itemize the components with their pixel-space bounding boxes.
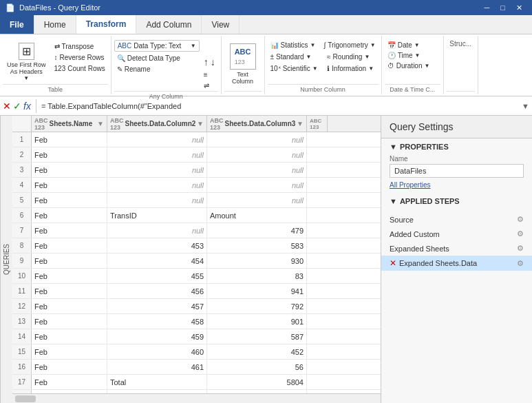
cell-col3: 792 (207, 299, 307, 313)
col-dropdown-3[interactable]: ▼ (297, 120, 304, 127)
step-gear-icon[interactable]: ⚙ (517, 244, 524, 253)
table-row[interactable]: 5Febnullnull (12, 193, 381, 208)
cell-row-num: 9 (12, 254, 32, 268)
table-row[interactable]: 12Feb457792 (12, 299, 381, 314)
date-button[interactable]: 📅 Date ▼ (385, 40, 440, 50)
table-row[interactable]: 11Feb456941 (12, 284, 381, 299)
group-button[interactable]: ≡ (201, 70, 218, 80)
formula-dropdown-icon[interactable]: ▼ (522, 102, 529, 110)
trigonometry-button[interactable]: ∫ Trigonometry ▼ (321, 40, 378, 50)
cell-sheets-name: Feb (32, 193, 107, 207)
step-gear-icon[interactable]: ⚙ (517, 259, 524, 268)
cell-col3: 452 (207, 344, 307, 359)
scientific-icon: 10ˣ (270, 65, 281, 72)
table-row[interactable]: 14Feb459587 (12, 329, 381, 344)
tab-transform[interactable]: Transform (76, 15, 137, 34)
cell-sheets-name: Feb (32, 147, 107, 162)
col-dropdown-1[interactable]: ▼ (97, 120, 104, 127)
cell-row-num: 3 (12, 163, 32, 177)
applied-steps-header[interactable]: ▼ APPLIED STEPS (390, 197, 524, 205)
step-item-source[interactable]: Source⚙ (381, 212, 532, 227)
cell-col3: null (207, 163, 307, 177)
h-scroll-thumb[interactable] (15, 395, 36, 402)
transpose-button[interactable]: ⇄ Transpose (52, 41, 108, 52)
formula-input[interactable] (41, 102, 519, 110)
table-row[interactable]: 7Febnull479 (12, 223, 381, 238)
text-column-button[interactable]: ABC 123 TextColumn (224, 41, 262, 87)
tab-view[interactable]: View (202, 15, 240, 34)
ribbon-tabs: File Home Transform Add Column View (0, 15, 532, 34)
count-rows-button[interactable]: 123 Count Rows (52, 63, 108, 74)
datetime-group-label: Date & Time C... (385, 84, 440, 93)
statistics-button[interactable]: 📊 Statistics ▼ (268, 40, 319, 50)
information-button[interactable]: ℹ Information ▼ (324, 63, 379, 74)
tab-add-column[interactable]: Add Column (136, 15, 202, 34)
ribbon-group-any-column: ABC Data Type: Text ▼ 🔍 Detect Data Type… (111, 36, 222, 94)
trigonometry-icon: ∫ (323, 41, 326, 49)
table-row[interactable]: 3Febnullnull (12, 163, 381, 178)
queries-sidebar[interactable]: QUERIES (0, 116, 12, 403)
row-as-headers-button[interactable]: ⊞ Use First RowAs Headers ▼ (3, 40, 50, 84)
col-header-sheets-name[interactable]: ABC123 Sheets.Name ▼ (32, 116, 107, 132)
table-row[interactable]: 10Feb45583 (12, 269, 381, 284)
table-row[interactable]: 17FebTotal5804 (12, 375, 381, 390)
tab-home[interactable]: Home (34, 15, 76, 34)
cell-sheets-name: Feb (32, 178, 107, 192)
minimize-button[interactable]: ─ (480, 3, 494, 12)
cell-col2: 460 (107, 344, 207, 359)
table-row[interactable]: 9Feb454930 (12, 254, 381, 269)
scientific-button[interactable]: 10ˣ Scientific ▼ (268, 63, 322, 74)
step-gear-icon[interactable]: ⚙ (517, 215, 524, 224)
name-value[interactable]: DataFiles (390, 164, 524, 178)
grid-body: 1Febnullnull2Febnullnull3Febnullnull4Feb… (12, 132, 381, 393)
table-row[interactable]: 6FebTransIDAmount (12, 208, 381, 223)
horizontal-scrollbar[interactable] (12, 393, 381, 403)
close-button[interactable]: ✕ (512, 3, 526, 12)
col-dropdown-2[interactable]: ▼ (197, 120, 204, 127)
properties-header[interactable]: ▼ PROPERTIES (390, 143, 524, 151)
time-button[interactable]: 🕐 Time ▼ (385, 50, 440, 61)
cell-col2: 455 (107, 269, 207, 283)
row-as-headers-icon: ⊞ (19, 43, 34, 60)
cell-col3: 941 (207, 284, 307, 298)
table-row[interactable]: 16Feb46156 (12, 360, 381, 375)
data-type-button[interactable]: ABC Data Type: Text ▼ (114, 40, 200, 52)
cell-sheets-name: Feb (32, 223, 107, 238)
col-header-sheets-data-col2[interactable]: ABC123 Sheets.Data.Column2 ▼ (107, 116, 207, 132)
col-header-sheets-data-col3[interactable]: ABC123 Sheets.Data.Column3 ▼ (207, 116, 307, 132)
step-item-expanded-sheets[interactable]: Expanded Sheets⚙ (381, 241, 532, 256)
tab-file[interactable]: File (0, 15, 34, 34)
properties-section: ▼ PROPERTIES Name DataFiles All Properti… (381, 138, 532, 193)
standard-button[interactable]: ± Standard ▼ (268, 52, 322, 62)
step-gear-icon[interactable]: ⚙ (517, 229, 524, 238)
table-row[interactable]: 13Feb458901 (12, 314, 381, 329)
step-item-added-custom[interactable]: Added Custom⚙ (381, 227, 532, 241)
table-row[interactable]: 1Febnullnull (12, 132, 381, 147)
cell-row-num: 8 (12, 238, 32, 253)
step-item-expanded-sheets-data[interactable]: ✕Expanded Sheets.Data⚙ (381, 256, 532, 271)
col-type-icon-3: ABC123 (210, 117, 224, 131)
step-label: Expanded Sheets (390, 245, 449, 253)
cell-sheets-name: Feb (32, 284, 107, 298)
formula-cancel-icon[interactable]: ✕ (3, 101, 11, 112)
table-row[interactable]: 15Feb460452 (12, 344, 381, 360)
reverse-rows-button[interactable]: ↕ Reverse Rows (52, 52, 108, 63)
applied-steps-label: APPLIED STEPS (400, 197, 460, 205)
cell-col2: null (107, 163, 207, 177)
detect-data-type-button[interactable]: 🔍 Detect Data Type (114, 53, 200, 63)
col-type-icon-1: ABC123 (34, 117, 48, 131)
replace-vals-button[interactable]: ⇌ (201, 81, 218, 91)
cell-row-num: 14 (12, 329, 32, 344)
sort-asc-button[interactable]: ↑ ↓ (201, 55, 218, 69)
rounding-button[interactable]: ≈ Rounding ▼ (324, 52, 379, 62)
maximize-button[interactable]: □ (496, 3, 509, 12)
formula-confirm-icon[interactable]: ✓ (13, 101, 21, 112)
all-properties-link[interactable]: All Properties (390, 181, 430, 189)
col-header-more[interactable]: ABC123 (307, 116, 328, 132)
ribbon-group-datetime: 📅 Date ▼ 🕐 Time ▼ ⏱ Duration ▼ Date & Ti… (382, 36, 444, 94)
table-row[interactable]: 2Febnullnull (12, 147, 381, 163)
table-row[interactable]: 4Febnullnull (12, 178, 381, 193)
duration-button[interactable]: ⏱ Duration ▼ (385, 61, 440, 71)
table-row[interactable]: 8Feb453583 (12, 238, 381, 254)
rename-button[interactable]: ✎ Rename (114, 64, 200, 74)
